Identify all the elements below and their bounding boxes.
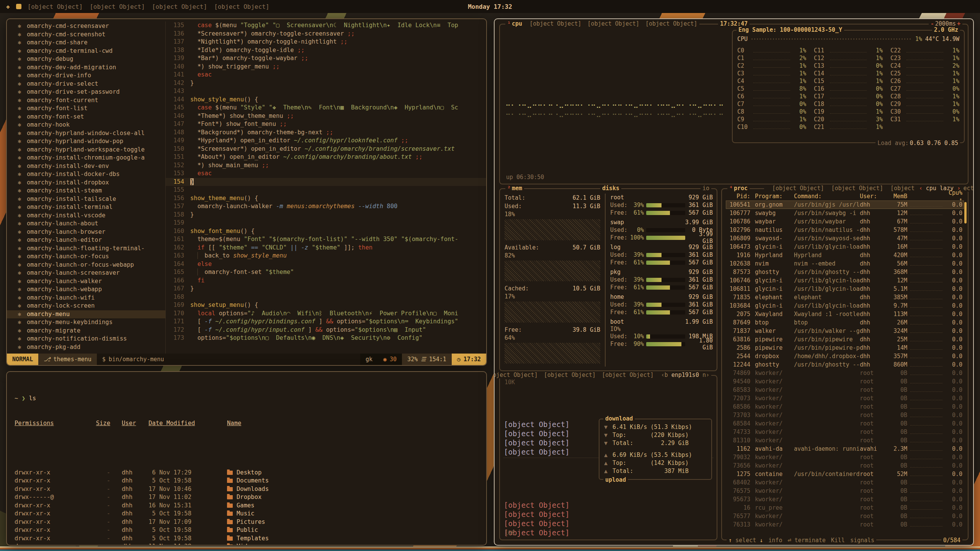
process-row[interactable]: 71835 elephant elephant dhh 385M 0.0 bbox=[726, 293, 964, 302]
process-row[interactable]: 16 rcu_pree root 0B 0.0 bbox=[726, 504, 964, 512]
io-tab[interactable]: io bbox=[701, 185, 711, 192]
process-row[interactable]: 68583 kworker/ root 0B 0.0 bbox=[726, 386, 964, 394]
process-row[interactable]: 76313 kworker/ root 0B 0.0 bbox=[726, 520, 964, 529]
code-editor[interactable]: 135 case $(menu "Toggle" "▢ Screensaver\… bbox=[165, 21, 486, 354]
file-item[interactable]: ✱ omarchy-launch-webapp bbox=[7, 285, 165, 294]
process-row[interactable]: 106811 glycin-i /usr/lib/glycin-loaders … bbox=[726, 285, 964, 293]
file-item[interactable]: ✱ omarchy-launch-walker bbox=[7, 277, 165, 286]
process-row[interactable]: 103684 glycin-i /usr/lib/glycin-loaders … bbox=[726, 302, 964, 310]
file-item[interactable]: ✱ omarchy-cmd-share bbox=[7, 39, 165, 47]
file-item[interactable]: ✱ omarchy-launch-floating-terminal- bbox=[7, 245, 165, 253]
file-item[interactable]: ✱ omarchy-drive-select bbox=[7, 80, 165, 88]
cpu-tab[interactable]: [object Object] bbox=[529, 20, 581, 27]
workspace-button[interactable]: [object Object] bbox=[214, 3, 270, 10]
process-row[interactable]: 2586 pipewire /usr/bin/pipewire-pulse dh… bbox=[726, 344, 964, 352]
process-row[interactable]: 71837 walker /usr/bin/walker --gappl dhh… bbox=[726, 327, 964, 335]
process-row[interactable]: 106746 glycin-i /usr/lib/glycin-loaders … bbox=[726, 276, 964, 285]
process-row[interactable]: 87573 ghostty /usr/bin/ghostty --gtk- dh… bbox=[726, 268, 964, 276]
file-item[interactable]: ✱ omarchy-font-set bbox=[7, 113, 165, 121]
workspace-button[interactable]: [object Object] bbox=[90, 3, 145, 10]
file-item[interactable]: ✱ omarchy-install-docker-dbs bbox=[7, 170, 165, 179]
process-row[interactable]: 79032 kworker/ root 0B 0.0 bbox=[726, 453, 964, 461]
signals-action[interactable]: signals bbox=[850, 537, 874, 544]
file-item[interactable]: ✱ omarchy-menu-keybindings bbox=[7, 318, 165, 327]
file-item[interactable]: ✱ omarchy-launch-browser bbox=[7, 228, 165, 236]
process-row[interactable]: 72073 kworker/ root 0B 0.0 bbox=[726, 394, 964, 403]
process-row[interactable]: 81310 kworker/ root 0B 0.0 bbox=[726, 436, 964, 445]
file-item[interactable]: ✱ omarchy-install-terminal bbox=[7, 203, 165, 212]
file-item[interactable]: ✱ omarchy-notification-dismiss bbox=[7, 335, 165, 343]
process-row[interactable]: 76577 kworker/ root 0B 0.0 bbox=[726, 512, 964, 520]
process-row[interactable]: 73703 kworker/ root 0B 0.0 bbox=[726, 411, 964, 419]
terminal-body[interactable]: ~ ❯ ls Permissions Size User Date Modifi… bbox=[7, 372, 486, 546]
file-item[interactable]: ✱ omarchy-menu bbox=[7, 310, 165, 319]
cpu-tab[interactable]: [object Object] bbox=[588, 20, 639, 27]
cpu-box-title[interactable]: ¹cpu[object Object][object Object][objec… bbox=[505, 20, 699, 27]
workspace-active-indicator[interactable] bbox=[16, 4, 21, 9]
file-item[interactable]: ✱ omarchy-cmd-screenshot bbox=[7, 31, 165, 39]
workspace-button[interactable]: [object Object] bbox=[152, 3, 207, 10]
file-item[interactable]: ✱ omarchy-install-chromium-google-a bbox=[7, 154, 165, 162]
launcher-icon[interactable]: ❖ bbox=[6, 3, 10, 10]
file-item[interactable]: ✱ omarchy-hyprland-workspace-toggle bbox=[7, 146, 165, 154]
file-item[interactable]: ✱ omarchy-launch-or-focus bbox=[7, 253, 165, 261]
process-row[interactable]: 106541 org.gnom /usr/bin/gjs /usr/lib/o … bbox=[726, 201, 964, 209]
file-item[interactable]: ✱ omarchy-font-current bbox=[7, 96, 165, 105]
file-item[interactable]: ✱ omarchy-hyprland-window-close-all bbox=[7, 129, 165, 138]
file-item[interactable]: ✱ omarchy-migrate bbox=[7, 327, 165, 335]
process-row[interactable]: 63816 pipewire /usr/bin/pipewire dhh 25M… bbox=[726, 335, 964, 344]
process-row[interactable]: 2075 Xwayland Xwayland :1 -rootless - dh… bbox=[726, 310, 964, 318]
file-item[interactable]: ✱ omarchy-install-steam bbox=[7, 187, 165, 195]
process-row[interactable]: 87649 btop btop dhh 26M 0.0 bbox=[726, 318, 964, 327]
process-row[interactable]: 1916 Hyprland Hyprland dhh 420M 0.0 bbox=[726, 251, 964, 259]
mem-box-title[interactable]: ²mem bbox=[505, 185, 524, 192]
process-row[interactable]: 73656 kworker/ root 0B 0.0 bbox=[726, 461, 964, 470]
disks-label[interactable]: disks bbox=[600, 185, 621, 192]
file-item[interactable]: ✱ omarchy-drive-info bbox=[7, 72, 165, 80]
proc-scrollbar[interactable] bbox=[964, 202, 967, 532]
file-item[interactable]: ✱ omarchy-hyprland-window-pop bbox=[7, 137, 165, 146]
process-row[interactable]: 95673 kworker/ root 0B 0.0 bbox=[726, 495, 964, 504]
file-item[interactable]: ✱ omarchy-pkg-add bbox=[7, 343, 165, 352]
process-row[interactable]: 76575 kworker/ root 0B 0.0 bbox=[726, 487, 964, 495]
code-area[interactable]: 135 case $(menu "Toggle" "▢ Screensaver\… bbox=[166, 21, 486, 342]
process-row[interactable]: 106786 waybar /usr/bin/waybar dhh 67M 0.… bbox=[726, 217, 964, 226]
file-item[interactable]: ✱ omarchy-launch-or-focus-webapp bbox=[7, 261, 165, 269]
process-row[interactable]: 94540 kworker/ root 0B 0.0 bbox=[726, 377, 964, 386]
file-item[interactable]: ✱ omarchy-cmd-screensaver bbox=[7, 22, 165, 31]
process-row[interactable]: 74733 kworker/ root 0B 0.0 bbox=[726, 428, 964, 436]
file-item[interactable]: ✱ omarchy-launch-screensaver bbox=[7, 269, 165, 277]
file-item[interactable]: ✱ omarchy-launch-about bbox=[7, 220, 165, 228]
file-item[interactable]: ✱ omarchy-launch-editor bbox=[7, 236, 165, 245]
process-row[interactable]: 2544 dropbox /home/dhh/.dropbox-dist dhh… bbox=[726, 352, 964, 360]
file-item[interactable]: ✱ omarchy-install-dev-env bbox=[7, 162, 165, 171]
kill-action[interactable]: Kill bbox=[831, 537, 845, 544]
file-item[interactable]: ✱ omarchy-install-vscode bbox=[7, 212, 165, 220]
terminal-window[interactable]: ~ ❯ ls Permissions Size User Date Modifi… bbox=[6, 371, 487, 546]
process-row[interactable]: 1162 avahi-da avahi-daemon: running [ av… bbox=[726, 445, 964, 453]
process-row[interactable]: 1275 containe /usr/bin/containerd root 5… bbox=[726, 470, 964, 478]
terminate-action[interactable]: ⏎ terminate bbox=[787, 537, 825, 544]
file-item[interactable]: ✱ omarchy-install-tailscale bbox=[7, 195, 165, 204]
file-item[interactable]: ✱ omarchy-dev-add-migration bbox=[7, 64, 165, 72]
file-item[interactable]: ✱ omarchy-font-list bbox=[7, 104, 165, 113]
process-row[interactable]: 74869 kworker/ root 0B 0.0 bbox=[726, 369, 964, 377]
file-item[interactable]: ✱ omarchy-cmd-terminal-cwd bbox=[7, 47, 165, 55]
file-item[interactable]: ✱ omarchy-lock-screen bbox=[7, 302, 165, 310]
process-row[interactable]: 68586 kworker/ root 0B 0.0 bbox=[726, 403, 964, 411]
process-row[interactable]: 12244 ghostty /usr/bin/ghostty --gtk- dh… bbox=[726, 360, 964, 369]
process-row[interactable]: 106777 swaybg /usr/bin/swaybg -i /hom dh… bbox=[726, 209, 964, 217]
process-row[interactable]: 68584 kworker/ root 0B 0.0 bbox=[726, 419, 964, 428]
cpu-tab[interactable]: [object Object] bbox=[645, 20, 697, 27]
file-item[interactable]: ✱ omarchy-install-dropbox bbox=[7, 179, 165, 187]
process-header-row[interactable]: Pid: Program: Command: User: MemB Cpu% ↑ bbox=[726, 192, 964, 201]
process-row[interactable]: 102796 nautilus /usr/bin/nautilus --new … bbox=[726, 226, 964, 234]
process-row[interactable]: 106809 swayosd- /usr/bin/swayosd-server … bbox=[726, 234, 964, 243]
workspace-button[interactable]: [object Object] bbox=[28, 3, 83, 10]
file-item[interactable]: ✱ omarchy-launch-wifi bbox=[7, 294, 165, 302]
file-item[interactable]: ✱ omarchy-drive-set-password bbox=[7, 88, 165, 96]
proc-scrollbar-thumb[interactable] bbox=[964, 202, 967, 223]
process-row[interactable]: 106473 glycin-i /usr/lib/glycin-loaders … bbox=[726, 243, 964, 251]
file-item[interactable]: ✱ omarchy-hook bbox=[7, 121, 165, 129]
process-row[interactable]: 102638 nvim nvim --embed dhh 56M 0.0 bbox=[726, 259, 964, 268]
